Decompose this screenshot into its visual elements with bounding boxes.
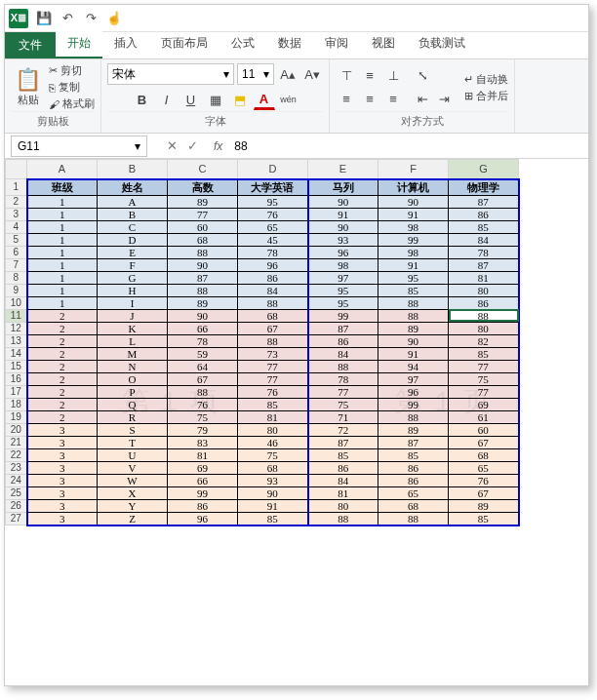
row-header[interactable]: 5 bbox=[6, 233, 27, 246]
cell[interactable]: 84 bbox=[308, 347, 378, 360]
row-header[interactable]: 25 bbox=[6, 486, 27, 499]
cell[interactable]: 75 bbox=[308, 398, 378, 410]
cell[interactable]: 68 bbox=[378, 499, 449, 512]
cut-button[interactable]: ✂剪切 bbox=[49, 63, 95, 78]
cell[interactable]: 87 bbox=[449, 195, 519, 208]
cell[interactable]: P bbox=[98, 385, 168, 398]
cell[interactable]: 82 bbox=[449, 334, 519, 347]
cell[interactable]: 2 bbox=[27, 334, 98, 347]
align-middle-button[interactable]: ≡ bbox=[359, 65, 380, 87]
tab-视图[interactable]: 视图 bbox=[360, 30, 407, 58]
cell[interactable]: 86 bbox=[449, 296, 519, 309]
column-header[interactable]: C bbox=[168, 160, 238, 179]
cell[interactable]: 98 bbox=[378, 220, 449, 233]
enter-formula-button[interactable]: ✓ bbox=[187, 138, 198, 153]
format-painter-button[interactable]: 🖌格式刷 bbox=[49, 97, 95, 111]
paste-button[interactable]: 📋 粘贴 bbox=[11, 65, 45, 109]
cell[interactable]: 1 bbox=[27, 284, 98, 296]
cell[interactable]: 65 bbox=[449, 461, 519, 474]
cell[interactable]: 77 bbox=[238, 360, 308, 372]
row-header[interactable]: 8 bbox=[6, 271, 27, 284]
cell[interactable]: V bbox=[98, 461, 168, 474]
cell[interactable]: 68 bbox=[449, 448, 519, 461]
formula-bar[interactable]: 88 bbox=[230, 139, 588, 153]
cell[interactable]: 3 bbox=[27, 436, 98, 448]
cell[interactable]: 78 bbox=[308, 372, 378, 385]
shrink-font-button[interactable]: A▾ bbox=[301, 63, 323, 85]
cell[interactable]: X bbox=[98, 486, 168, 499]
cell[interactable]: 81 bbox=[168, 448, 238, 461]
cell[interactable]: 88 bbox=[378, 296, 449, 309]
cell[interactable]: 97 bbox=[378, 372, 449, 385]
row-header[interactable]: 18 bbox=[6, 398, 27, 410]
cell[interactable]: W bbox=[98, 474, 168, 486]
cell[interactable]: 76 bbox=[449, 474, 519, 486]
cell[interactable]: 96 bbox=[238, 258, 308, 271]
cancel-formula-button[interactable]: ✕ bbox=[167, 138, 178, 153]
cell[interactable]: 1 bbox=[27, 271, 98, 284]
cell[interactable]: 78 bbox=[449, 246, 519, 258]
cell[interactable]: 86 bbox=[449, 208, 519, 220]
column-header[interactable]: B bbox=[98, 160, 168, 179]
cell[interactable]: 88 bbox=[168, 385, 238, 398]
cell[interactable]: 1 bbox=[27, 195, 98, 208]
column-header[interactable]: G bbox=[449, 160, 519, 179]
cell[interactable]: K bbox=[98, 322, 168, 334]
cell[interactable]: S bbox=[98, 423, 168, 436]
cell[interactable]: N bbox=[98, 360, 168, 372]
cell[interactable]: 60 bbox=[449, 423, 519, 436]
cell[interactable]: 88 bbox=[378, 512, 449, 525]
tab-插入[interactable]: 插入 bbox=[102, 30, 149, 58]
cell[interactable]: 77 bbox=[168, 208, 238, 220]
cell[interactable]: 84 bbox=[238, 284, 308, 296]
header-cell[interactable]: 大学英语 bbox=[238, 179, 308, 196]
cell[interactable]: 72 bbox=[308, 423, 378, 436]
cell[interactable]: 91 bbox=[238, 499, 308, 512]
tab-审阅[interactable]: 审阅 bbox=[313, 30, 360, 58]
cell[interactable]: 66 bbox=[168, 322, 238, 334]
font-color-button[interactable]: A bbox=[254, 89, 275, 110]
cell[interactable]: 88 bbox=[168, 246, 238, 258]
cell[interactable]: 3 bbox=[27, 512, 98, 525]
cell[interactable]: 68 bbox=[238, 461, 308, 474]
cell[interactable]: 66 bbox=[168, 474, 238, 486]
cell[interactable]: 87 bbox=[308, 322, 378, 334]
cell[interactable]: E bbox=[98, 246, 168, 258]
header-cell[interactable]: 高数 bbox=[168, 179, 238, 196]
cell[interactable]: 75 bbox=[168, 410, 238, 423]
cell[interactable]: 85 bbox=[449, 512, 519, 525]
row-header[interactable]: 14 bbox=[6, 347, 27, 360]
cell[interactable]: 83 bbox=[168, 436, 238, 448]
cell[interactable]: 79 bbox=[168, 423, 238, 436]
cell[interactable]: 76 bbox=[238, 385, 308, 398]
cell[interactable]: 68 bbox=[168, 233, 238, 246]
header-cell[interactable]: 姓名 bbox=[98, 179, 168, 196]
cell[interactable]: 60 bbox=[168, 220, 238, 233]
cell[interactable]: 67 bbox=[449, 436, 519, 448]
cell[interactable]: 91 bbox=[378, 258, 449, 271]
cell[interactable]: J bbox=[98, 309, 168, 322]
row-header[interactable]: 13 bbox=[6, 334, 27, 347]
bold-button[interactable]: B bbox=[132, 89, 153, 110]
cell[interactable]: 46 bbox=[238, 436, 308, 448]
decrease-indent-button[interactable]: ⇤ bbox=[412, 89, 433, 110]
cell[interactable]: 1 bbox=[27, 233, 98, 246]
cell[interactable]: G bbox=[98, 271, 168, 284]
cell[interactable]: 85 bbox=[238, 512, 308, 525]
cell[interactable]: 95 bbox=[238, 195, 308, 208]
row-header[interactable]: 23 bbox=[6, 461, 27, 474]
cell[interactable]: 2 bbox=[27, 385, 98, 398]
cell[interactable]: T bbox=[98, 436, 168, 448]
cell[interactable]: 85 bbox=[308, 448, 378, 461]
cell[interactable]: D bbox=[98, 233, 168, 246]
align-right-button[interactable]: ≡ bbox=[382, 89, 404, 110]
cell[interactable]: 96 bbox=[168, 512, 238, 525]
cell[interactable]: 87 bbox=[449, 258, 519, 271]
cell[interactable]: 98 bbox=[308, 258, 378, 271]
phonetic-button[interactable]: wén bbox=[278, 89, 299, 110]
cell[interactable]: O bbox=[98, 372, 168, 385]
cell[interactable]: 2 bbox=[27, 360, 98, 372]
cell[interactable]: 1 bbox=[27, 296, 98, 309]
row-header[interactable]: 3 bbox=[6, 208, 27, 220]
cell[interactable]: 69 bbox=[168, 461, 238, 474]
